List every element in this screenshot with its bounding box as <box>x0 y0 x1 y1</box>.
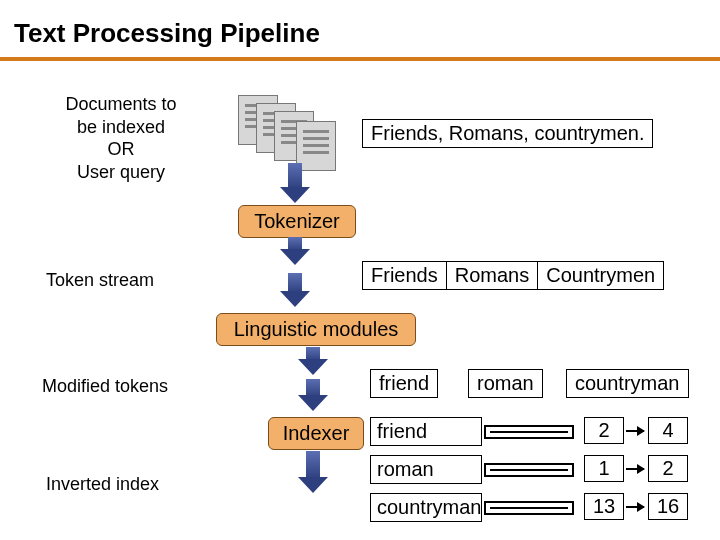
arrow-indexer-down <box>306 451 320 479</box>
arrow-linguistic-down <box>306 347 320 361</box>
input-text-box: Friends, Romans, countrymen. <box>362 119 653 148</box>
postings-connector <box>486 498 572 518</box>
arrow-tokenizer-down <box>288 237 302 251</box>
diagram-stage: Documents tobe indexedORUser query Token… <box>0 77 720 537</box>
modified-token-box: friend <box>370 369 438 398</box>
arrow-docs-to-tokenizer <box>288 163 302 189</box>
posting-link-arrow <box>626 506 644 508</box>
index-term: friend <box>370 417 482 446</box>
arrow-to-indexer <box>306 379 320 397</box>
posting-cell: 16 <box>648 493 688 520</box>
title-rule <box>0 57 720 61</box>
stage-tokenizer: Tokenizer <box>238 205 356 238</box>
token-cell: Romans <box>447 261 538 290</box>
posting-link-arrow <box>626 430 644 432</box>
posting-cell: 4 <box>648 417 688 444</box>
index-term: roman <box>370 455 482 484</box>
token-cell: Countrymen <box>538 261 664 290</box>
caption-modified-tokens: Modified tokens <box>42 375 168 398</box>
token-stream-row: Friends Romans Countrymen <box>362 261 664 290</box>
token-cell: Friends <box>362 261 447 290</box>
posting-cell: 2 <box>648 455 688 482</box>
posting-cell: 1 <box>584 455 624 482</box>
arrow-to-linguistic <box>288 273 302 293</box>
caption-input: Documents tobe indexedORUser query <box>46 93 196 183</box>
index-term: countryman <box>370 493 482 522</box>
modified-token-box: countryman <box>566 369 689 398</box>
posting-link-arrow <box>626 468 644 470</box>
posting-cell: 2 <box>584 417 624 444</box>
caption-token-stream: Token stream <box>46 269 154 292</box>
postings-connector <box>486 460 572 480</box>
postings-connector <box>486 422 572 442</box>
page-title: Text Processing Pipeline <box>0 0 720 57</box>
stage-linguistic: Linguistic modules <box>216 313 416 346</box>
posting-cell: 13 <box>584 493 624 520</box>
modified-token-box: roman <box>468 369 543 398</box>
caption-inverted-index: Inverted index <box>46 473 159 496</box>
stage-indexer: Indexer <box>268 417 364 450</box>
